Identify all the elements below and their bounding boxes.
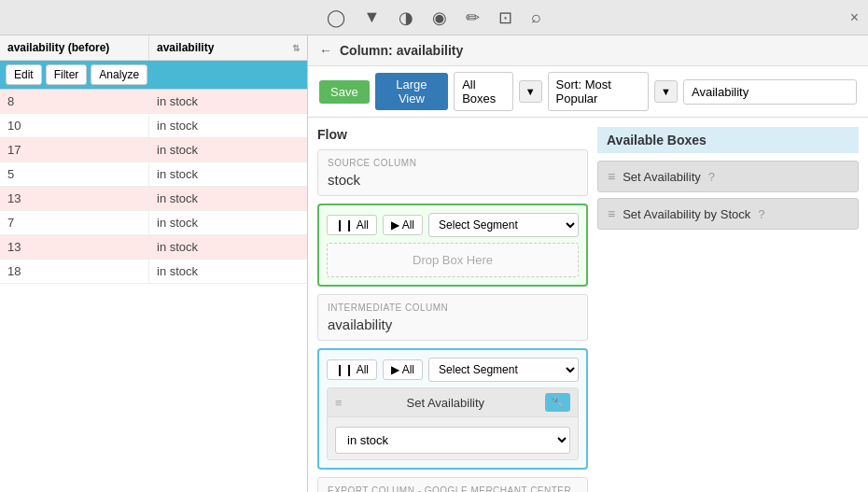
flow-area: Flow SOURCE COLUMN stock ❙❙ All ▶ All Se… bbox=[308, 118, 868, 492]
cell-value: in stock bbox=[149, 260, 307, 283]
in-stock-select[interactable]: in stock out of stock preorder bbox=[335, 427, 570, 454]
sort-icon[interactable]: ⇅ bbox=[292, 43, 300, 53]
sort-arrow[interactable]: ▼ bbox=[654, 80, 678, 103]
top-toolbar: ◯ ▼ ◑ ◉ ✏ ⊡ ⌕ × bbox=[0, 0, 868, 35]
cell-value: in stock bbox=[149, 187, 307, 210]
source-column-label: SOURCE COLUMN bbox=[328, 158, 578, 168]
intermediate-column-value: availability bbox=[328, 316, 578, 332]
cell-before: 7 bbox=[0, 211, 149, 234]
table-row: 17 in stock bbox=[0, 138, 307, 162]
cell-value: in stock bbox=[149, 138, 307, 162]
user-icon[interactable]: ◯ bbox=[327, 7, 345, 28]
pause-all-button-2[interactable]: ❙❙ All bbox=[327, 359, 377, 380]
cell-before: 17 bbox=[0, 138, 149, 162]
table-row: 5 in stock bbox=[0, 162, 307, 187]
chart-icon[interactable]: ◑ bbox=[399, 7, 413, 28]
source-column-value: stock bbox=[328, 172, 578, 188]
table-row: 18 in stock bbox=[0, 260, 307, 284]
eye-icon[interactable]: ◉ bbox=[432, 7, 447, 28]
set-availability-header: ≡ Set Availability 🔧 bbox=[328, 388, 578, 417]
set-availability-box: ≡ Set Availability 🔧 in stock out of sto… bbox=[327, 387, 579, 460]
availability-input[interactable] bbox=[683, 79, 857, 105]
segment-select-2[interactable]: Select Segment bbox=[428, 358, 579, 382]
available-box-label-1: Set Availability by Stock bbox=[623, 207, 750, 221]
export-column-box: EXPORT COLUMN - GOOGLE MERCHANT CENTER a… bbox=[317, 477, 588, 492]
cell-value: in stock bbox=[149, 235, 307, 259]
available-boxes-column: Available Boxes ≡ Set Availability ? ≡ S… bbox=[597, 127, 859, 492]
all-boxes-arrow[interactable]: ▼ bbox=[519, 80, 542, 103]
table-row: 7 in stock bbox=[0, 211, 307, 235]
question-mark-icon-1: ? bbox=[758, 207, 764, 221]
table-row: 13 in stock bbox=[0, 187, 307, 211]
cell-before: 18 bbox=[0, 260, 149, 283]
zoom-icon[interactable]: ⌕ bbox=[531, 7, 541, 27]
left-panel: availability (before) availability ⇅ Edi… bbox=[0, 35, 308, 492]
segment-select-1[interactable]: Select Segment bbox=[428, 213, 579, 237]
cell-before: 8 bbox=[0, 90, 149, 113]
set-availability-title: Set Availability bbox=[407, 396, 485, 410]
available-box-item-0[interactable]: ≡ Set Availability ? bbox=[597, 161, 859, 192]
filter-icon[interactable]: ▼ bbox=[364, 7, 381, 27]
table-row: 13 in stock bbox=[0, 235, 307, 260]
available-box-item-1[interactable]: ≡ Set Availability by Stock ? bbox=[597, 198, 859, 230]
right-toolbar: Save Large View All Boxes ▼ Sort: Most P… bbox=[308, 66, 868, 118]
pause-all-button-1[interactable]: ❙❙ All bbox=[327, 215, 377, 235]
action-bar: Edit Filter Analyze bbox=[0, 61, 307, 90]
main-area: availability (before) availability ⇅ Edi… bbox=[0, 35, 868, 492]
save-button[interactable]: Save bbox=[319, 80, 370, 104]
pencil-icon[interactable]: ✏ bbox=[466, 7, 480, 28]
table-row: 10 in stock bbox=[0, 114, 307, 138]
drag-handle-icon: ≡ bbox=[335, 396, 343, 410]
large-view-button[interactable]: Large View bbox=[375, 73, 448, 110]
column-title: Column: availability bbox=[340, 43, 463, 58]
drop-zone-2: ❙❙ All ▶ All Select Segment ≡ Set Availa… bbox=[317, 348, 588, 470]
column-header: ← Column: availability bbox=[308, 35, 868, 66]
filter-button[interactable]: Filter bbox=[46, 64, 88, 85]
drop-zone-1-controls: ❙❙ All ▶ All Select Segment bbox=[327, 213, 579, 237]
flow-title: Flow bbox=[317, 127, 588, 142]
intermediate-column-box: INTERMEDIATE COLUMN availability bbox=[317, 294, 588, 341]
table-header: availability (before) availability ⇅ bbox=[0, 35, 307, 61]
analyze-button[interactable]: Analyze bbox=[91, 64, 147, 85]
cell-before: 13 bbox=[0, 235, 149, 259]
drop-zone-1: ❙❙ All ▶ All Select Segment Drop Box Her… bbox=[317, 204, 588, 287]
table-row: 8 in stock bbox=[0, 90, 307, 114]
drag-icon-1: ≡ bbox=[608, 206, 615, 221]
right-panel: ← Column: availability Save Large View A… bbox=[308, 35, 868, 492]
cell-before: 5 bbox=[0, 162, 149, 186]
table-body: 8 in stock 10 in stock 17 in stock 5 in … bbox=[0, 90, 307, 492]
edit-button[interactable]: Edit bbox=[6, 64, 42, 85]
set-availability-body: in stock out of stock preorder bbox=[328, 417, 578, 459]
cell-value: in stock bbox=[149, 90, 307, 113]
available-boxes-title: Available Boxes bbox=[597, 127, 859, 153]
cell-before: 13 bbox=[0, 187, 149, 210]
play-all-button-2[interactable]: ▶ All bbox=[383, 359, 423, 380]
play-all-button-1[interactable]: ▶ All bbox=[383, 215, 423, 235]
close-button[interactable]: × bbox=[850, 9, 859, 26]
col-header-availability: availability ⇅ bbox=[149, 35, 307, 60]
drag-icon-0: ≡ bbox=[608, 169, 615, 184]
drop-box-placeholder-1: Drop Box Here bbox=[327, 243, 579, 277]
col-header-before: availability (before) bbox=[0, 35, 149, 60]
cell-value: in stock bbox=[149, 162, 307, 186]
drop-zone-2-controls: ❙❙ All ▶ All Select Segment bbox=[327, 358, 579, 382]
cell-before: 10 bbox=[0, 114, 149, 137]
back-arrow-icon[interactable]: ← bbox=[319, 43, 332, 58]
all-boxes-dropdown[interactable]: All Boxes bbox=[454, 72, 513, 111]
sort-dropdown[interactable]: Sort: Most Popular bbox=[548, 72, 650, 111]
available-box-label-0: Set Availability bbox=[623, 170, 701, 184]
wrench-button[interactable]: 🔧 bbox=[545, 393, 570, 412]
box-icon[interactable]: ⊡ bbox=[498, 7, 512, 28]
export-column-label: EXPORT COLUMN - GOOGLE MERCHANT CENTER bbox=[328, 485, 578, 492]
cell-value: in stock bbox=[149, 114, 307, 137]
flow-column: Flow SOURCE COLUMN stock ❙❙ All ▶ All Se… bbox=[317, 127, 597, 492]
intermediate-column-label: INTERMEDIATE COLUMN bbox=[328, 302, 578, 313]
question-mark-icon-0: ? bbox=[708, 170, 715, 184]
cell-value: in stock bbox=[149, 211, 307, 234]
source-column-box: SOURCE COLUMN stock bbox=[317, 149, 588, 196]
